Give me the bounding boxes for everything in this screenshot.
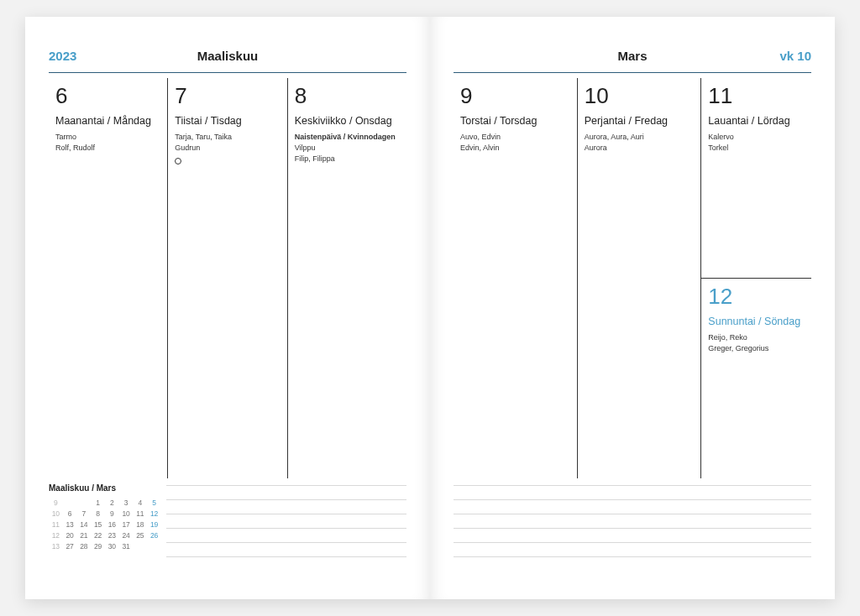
note-lines-left	[166, 485, 406, 571]
name-line: Aurora	[585, 143, 695, 154]
days-right: 9 Torstai / Torsdag Auvo, Edvin Edvin, A…	[454, 78, 811, 478]
date-number: 10	[585, 85, 695, 107]
mini-day-cell: 31	[119, 540, 134, 551]
day-of-week: Perjantai / Fredag	[585, 115, 695, 127]
mini-day-cell	[63, 497, 77, 508]
day-mon: 6 Maanantai / Måndag Tarmo Rolf, Rudolf	[49, 78, 168, 478]
date-number: 12	[708, 285, 805, 307]
day-tue: 7 Tiistai / Tisdag Tarja, Taru, Taika Gu…	[168, 78, 287, 478]
day-wed: 8 Keskiviikko / Onsdag Naistenpäivä / Kv…	[288, 78, 406, 478]
mini-day-cell: 19	[147, 519, 161, 530]
mini-day-cell: 6	[63, 508, 77, 519]
year-label: 2023	[49, 49, 76, 63]
mini-day-cell: 7	[77, 508, 92, 519]
name-days: Auvo, Edvin Edvin, Alvin	[460, 132, 570, 154]
page-right: Mars vk 10 9 Torstai / Torsdag Auvo, Edv…	[430, 17, 835, 599]
mini-calendar-title: Maaliskuu / Mars	[49, 483, 161, 493]
mini-day-cell: 28	[77, 540, 92, 551]
mini-week-number: 10	[49, 508, 63, 519]
day-of-week: Tiistai / Tisdag	[175, 115, 280, 127]
day-thu: 9 Torstai / Torsdag Auvo, Edvin Edvin, A…	[454, 78, 578, 478]
mini-day-cell: 3	[119, 497, 134, 508]
mini-day-cell: 16	[105, 519, 119, 530]
page-left: 2023 Maaliskuu 6 Maanantai / Måndag Tarm…	[25, 17, 430, 599]
name-line: Filip, Filippa	[295, 154, 400, 164]
date-number: 11	[708, 85, 805, 107]
name-line: Greger, Gregorius	[708, 343, 805, 354]
day-sun: 12 Sunnuntai / Söndag Reijo, Reko Greger…	[701, 279, 811, 478]
day-of-week: Keskiviikko / Onsdag	[295, 115, 400, 127]
days-left: 6 Maanantai / Måndag Tarmo Rolf, Rudolf …	[49, 78, 406, 478]
weekend-column: 11 Lauantai / Lördag Kalervo Torkel 12 S…	[701, 78, 811, 478]
header-rule-right	[454, 72, 811, 73]
mini-day-cell: 17	[119, 519, 134, 530]
name-line: Rolf, Rudolf	[55, 143, 160, 154]
mini-day-cell	[134, 540, 148, 551]
day-fri: 10 Perjantai / Fredag Aurora, Aura, Auri…	[578, 78, 702, 478]
mini-day-cell: 2	[105, 497, 119, 508]
mini-day-cell: 27	[63, 540, 77, 551]
day-sat: 11 Lauantai / Lördag Kalervo Torkel	[701, 78, 811, 279]
mini-day-cell: 9	[105, 508, 119, 519]
name-days: Kalervo Torkel	[708, 132, 805, 154]
name-days: Naistenpäivä / Kvinnodagen Vilppu Filip,…	[295, 132, 400, 164]
name-days: Tarja, Taru, Taika Gudrun	[175, 132, 280, 154]
name-line: Kalervo	[708, 132, 805, 143]
header-left: 2023 Maaliskuu	[49, 49, 406, 67]
mini-day-cell	[77, 497, 92, 508]
mini-day-cell: 15	[91, 519, 105, 530]
name-line: Reijo, Reko	[708, 332, 805, 343]
mini-week-number: 12	[49, 530, 63, 540]
mini-week-number: 11	[49, 519, 63, 530]
mini-day-cell: 4	[134, 497, 148, 508]
name-days: Aurora, Aura, Auri Aurora	[585, 132, 695, 154]
mini-day-cell: 8	[91, 508, 105, 519]
name-line: Tarja, Taru, Taika	[175, 132, 280, 143]
moon-phase-icon	[175, 158, 181, 164]
mini-day-cell: 20	[63, 530, 77, 540]
date-number: 7	[175, 85, 280, 107]
mini-day-cell: 13	[63, 519, 77, 530]
bottom-left: Maaliskuu / Mars 91234510678910111211131…	[49, 485, 406, 579]
mini-day-cell: 1	[91, 497, 105, 508]
mini-day-cell: 10	[119, 508, 134, 519]
mini-day-cell: 14	[77, 519, 92, 530]
mini-day-cell: 5	[147, 497, 161, 508]
day-of-week: Maanantai / Måndag	[55, 115, 160, 127]
date-number: 8	[295, 85, 400, 107]
mini-week-number: 9	[49, 497, 63, 508]
mini-day-cell: 23	[105, 530, 119, 540]
month-right-label: Mars	[617, 49, 647, 63]
note-lines-right	[454, 485, 811, 571]
mini-day-cell: 24	[119, 530, 134, 540]
name-line: Tarmo	[55, 132, 160, 143]
mini-day-cell: 22	[91, 530, 105, 540]
mini-day-cell: 11	[134, 508, 148, 519]
mini-day-cell: 30	[105, 540, 119, 551]
month-left-label: Maaliskuu	[197, 49, 259, 63]
mini-day-cell: 29	[91, 540, 105, 551]
name-days: Tarmo Rolf, Rudolf	[55, 132, 160, 154]
name-line: Auvo, Edvin	[460, 132, 570, 143]
mini-calendar: Maaliskuu / Mars 91234510678910111211131…	[49, 483, 161, 551]
day-of-week: Lauantai / Lördag	[708, 115, 805, 127]
date-number: 9	[460, 85, 570, 107]
name-line: Aurora, Aura, Auri	[585, 132, 695, 143]
mini-day-cell: 26	[147, 530, 161, 540]
header-right: Mars vk 10	[454, 49, 811, 67]
name-line: Vilppu	[295, 143, 400, 154]
planner-spread: 2023 Maaliskuu 6 Maanantai / Måndag Tarm…	[25, 17, 835, 599]
name-line: Gudrun	[175, 143, 280, 154]
day-of-week: Torstai / Torsdag	[460, 115, 570, 127]
name-days: Reijo, Reko Greger, Gregorius	[708, 332, 805, 354]
mini-day-cell: 12	[147, 508, 161, 519]
date-number: 6	[55, 85, 160, 107]
mini-week-number: 13	[49, 540, 63, 551]
name-line: Edvin, Alvin	[460, 143, 570, 154]
day-of-week: Sunnuntai / Söndag	[708, 316, 805, 327]
bottom-right	[454, 485, 811, 579]
mini-day-cell	[147, 540, 161, 551]
week-label: vk 10	[779, 49, 811, 63]
mini-day-cell: 21	[77, 530, 92, 540]
mini-calendar-grid: 9123451067891011121113141516171819122021…	[49, 497, 161, 551]
